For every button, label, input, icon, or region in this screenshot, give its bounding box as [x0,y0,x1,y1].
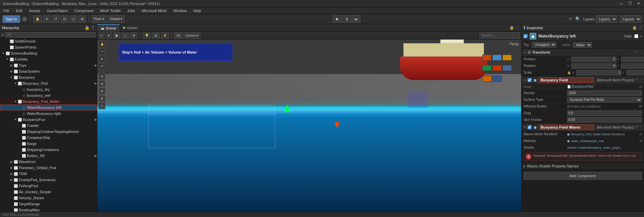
close-btn[interactable]: ✕ [636,1,641,6]
tree-item-buoyancy[interactable]: ▼ ⬜ Buoyancy [0,74,97,80]
add-gameobject-btn[interactable]: + [1,32,4,38]
buoyancy-field-settings-btn[interactable]: ⋮ [639,78,642,82]
inspector-more-icon[interactable]: ⋮ [638,25,642,30]
scene-tool-extra4[interactable]: ⊕ [99,95,105,102]
tree-item-buoyancyfun[interactable]: ▼ ⬜ BuoyancyFun ▶ [0,117,97,123]
layout-dropdown[interactable]: Layout [620,15,641,23]
tab-scene[interactable]: ⛰ Scene [97,24,120,31]
tree-item-velocity-races[interactable]: ⬜ Velocity_Races [0,195,97,201]
tree-item-buoyancy-dry[interactable]: ◻ buoyancy_dry [0,86,97,92]
hierarchy-search-input[interactable] [5,32,96,38]
surface-type-dropdown[interactable]: Dynamic Flat Per Body [567,97,642,102]
scene-toolbar-btn3[interactable]: ▣ [113,32,120,39]
static-checkbox[interactable] [634,34,638,38]
tree-item-bouynacy-pod-water[interactable]: ▼ ⬜ Bouynacy_Pod_Water [0,98,97,104]
hand-tool-btn[interactable]: ✋ [33,15,42,23]
layers-dropdown[interactable]: Layers [596,15,617,23]
tree-item-gravitypod[interactable]: ▶ ⬜ GravityPod_Scenarios [0,177,97,183]
pivot-btn[interactable]: Pivot ▾ [92,15,106,23]
scene-toolbar-btn6[interactable]: 💡 [143,32,151,39]
rotation-y-input[interactable] [621,63,644,69]
tree-item-button-xr[interactable]: ⬜ Button_XR ▶ [0,153,97,159]
tree-item-bouynacy-pod[interactable]: ▼ ⬜ Bouynacy_Pod ▶ [0,80,97,86]
tag-dropdown[interactable]: Untagged [532,42,556,48]
step-button[interactable]: ⏭ [352,15,360,23]
skin-friction-input[interactable] [567,117,642,123]
transform-header[interactable]: ▼ ⊞ Transform ? ⋮ [522,49,644,56]
tree-item-planetary[interactable]: ▶ ⬜ Planetary_Orbital_Pod [0,165,97,171]
transform-help-btn[interactable]: ? [635,51,637,54]
scene-search-input[interactable] [480,32,520,39]
menu-window[interactable]: Window [172,9,188,13]
scene-toolbar-btn8[interactable]: ⚡ [161,32,169,39]
scene-nav-tool[interactable]: ↗ [99,48,105,55]
waves-mesh-renderer-select-icon[interactable]: ⊙ [639,132,642,136]
scene-tool-extra5[interactable]: ≡ [99,102,105,109]
add-component-button[interactable]: Add Component [524,172,642,180]
tree-item-spawnpoints[interactable]: ⬜ SpawnPoints [0,44,97,50]
scene-zoom-tool[interactable]: ⊕ [99,56,105,62]
scene-toolbar-btn1[interactable]: ≡ [99,32,104,39]
buoyancy-field-active-checkbox[interactable] [528,78,532,82]
scene-rotate-view-tool[interactable]: ↺ [99,63,105,70]
tree-item-buoyancy-wet[interactable]: ◻ buoyancy_wet [0,92,97,98]
waves-help-btn[interactable]: ? [635,126,637,129]
global-btn[interactable]: Global ▾ [108,15,125,23]
tree-item-solarsystem[interactable]: ▶ ⬜ SolarSystem [0,68,97,74]
tree-item-solidground[interactable]: ⬜ SolidGround [0,38,97,44]
scene-gizmos-btn[interactable]: Gizmos ▾ [184,32,200,39]
position-x-input[interactable] [571,57,616,62]
tree-item-exhibits[interactable]: ▼ ⬜ Exhibits [0,56,97,62]
scale-tool-btn[interactable]: ⊡ [61,15,68,23]
scene-header-more[interactable]: ⋮ [515,25,519,30]
tab-game[interactable]: ▶ Game [120,24,141,31]
scene-hand-tool[interactable]: ✋ [99,41,105,48]
move-tool-btn[interactable]: ✛ [43,15,51,23]
scene-toolbar-btn7[interactable]: 🔊 [152,32,160,39]
tree-item-targetrange[interactable]: ⬜ TargetRange [0,201,97,207]
tree-item-shippingcontainers[interactable]: ⬜ ShippingContainers [0,147,97,153]
waves-settings-btn[interactable]: ⋮ [639,126,642,129]
material-select-icon[interactable]: ⊙ [639,139,642,143]
menu-assets[interactable]: Assets [28,9,42,13]
scene-toolbar-btn5[interactable]: ⊕ [131,32,137,39]
scale-x-input[interactable] [576,70,622,75]
menu-edit[interactable]: Edit [15,9,24,13]
menu-file[interactable]: File [2,9,11,13]
scene-tool-extra1[interactable]: ⊡ [99,73,105,80]
menu-jobs[interactable]: Jobs [126,9,136,13]
rotate-tool-btn[interactable]: ↺ [52,15,59,23]
tree-item-sciencebuilding[interactable]: ▼ ⬜ ScienceBuilding [0,50,97,56]
tree-item-containership[interactable]: ⬜ ContainerShip [0,135,97,141]
menu-microsoft-mesh[interactable]: Microsoft Mesh [141,9,168,13]
affected-bodies-settings-icon[interactable]: ⚙ [639,104,642,108]
scene-2d-btn[interactable]: 2D [175,32,183,39]
scene-toolbar-btn4[interactable]: 🎥 [121,32,129,39]
tree-item-airhockey[interactable]: ⬜ Air_Hockey_Simple [0,189,97,195]
object-active-checkbox[interactable] [524,34,528,38]
tree-item-toys[interactable]: ▶ ⬜ Toys ▶ [0,62,97,68]
tree-item-wavefront[interactable]: ▶ ⬜ Wavefront [0,159,97,165]
menu-help[interactable]: Help [192,9,202,13]
buoyancy-field-help-btn[interactable]: ? [635,78,637,82]
waves-active-checkbox[interactable] [528,125,532,129]
position-y-input[interactable] [621,57,644,62]
static-dropdown-arrow[interactable]: ▾ [640,34,642,38]
scale-y-input[interactable] [626,70,644,75]
scene-toolbar-btn2[interactable]: ● [106,32,111,39]
rect-tool-btn[interactable]: ▢ [69,15,77,23]
scene-viewport[interactable]: Ship's Hull + Air Volume < Volume of Wat… [97,40,521,212]
object-name-input[interactable] [538,34,622,39]
waves-shader-property-section[interactable]: ▶ Waves Shader Property Names [522,163,644,170]
minimize-btn[interactable]: — [618,1,624,6]
tree-item-barge[interactable]: ⬜ Barge [0,141,97,147]
pause-button[interactable]: ⏸ [342,15,351,23]
scene-tool-extra2[interactable]: ⊞ [99,80,105,87]
menu-gameobject[interactable]: GameObject [46,9,69,13]
density-input[interactable] [567,90,642,96]
sign-in-button[interactable]: Sign in [3,15,20,23]
play-button[interactable]: ▶ [333,15,342,23]
rotation-x-input[interactable] [571,63,616,69]
layer-dropdown[interactable]: Water [573,42,592,48]
inspector-lock-icon[interactable]: 🔒 [632,25,637,30]
